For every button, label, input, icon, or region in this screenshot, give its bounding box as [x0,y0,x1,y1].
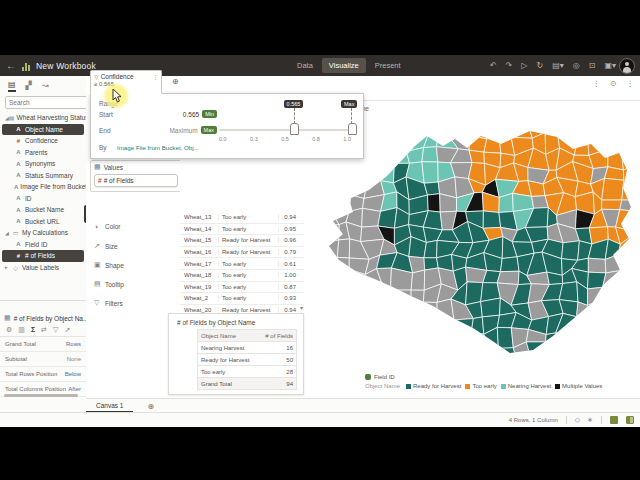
shape-target[interactable]: ▣Shape [94,261,124,269]
property-row[interactable]: Grand TotalRows [0,337,86,352]
map-parcel[interactable] [422,162,438,184]
map-parcel[interactable] [621,150,635,170]
touch-poi-icon[interactable]: ◎ [573,62,580,70]
slider-handle2[interactable] [348,123,357,135]
map-parcel[interactable] [588,287,604,305]
map-parcel[interactable] [471,317,484,334]
min-badge[interactable]: Min [202,110,217,118]
field-item-value-labels[interactable]: ▸◇Value Labels [0,262,86,274]
quality-insights-icon[interactable]: ◇ [575,416,580,424]
data-panel-toggle-icon[interactable] [626,416,634,424]
field-item-image-file-from-bucket[interactable]: AImage File from Bucket [0,181,86,193]
share-icon[interactable]: ▤▾ [552,62,564,70]
tab-visualize[interactable]: Visualize [322,58,366,73]
legend-item[interactable]: Ready for Harvest [406,383,461,389]
summary-row[interactable]: Ready for Harvest50 [198,354,296,366]
property-value[interactable]: After [68,386,81,392]
table-row[interactable]: Wheat_14Too early0.95 [180,224,304,236]
start-value[interactable]: 0.565 [125,111,202,118]
tab-present[interactable]: Present [368,58,408,73]
map-parcel[interactable] [608,149,624,170]
legend-item[interactable]: Multiple Values [555,383,602,389]
grammar-panel-toggle-icon[interactable] [610,416,618,424]
map-parcel[interactable] [497,327,513,348]
map-parcel[interactable] [588,272,606,289]
map-parcel[interactable] [395,152,410,164]
summary-row[interactable]: Nearing Harvest16 [198,342,296,354]
totals-props-icon[interactable]: Σ [31,326,35,334]
map-parcel[interactable] [411,270,425,290]
field-item-id[interactable]: AID [0,193,86,205]
table-row[interactable]: Wheat_18Too early1.00 [180,270,304,282]
map-parcel[interactable] [546,333,560,344]
axis-props-icon[interactable]: ⇄ [41,326,47,334]
horizontal-scrollbar[interactable] [4,394,78,397]
color-target[interactable]: ◑Color [94,223,121,230]
viz-props-icon[interactable]: ▥ [18,326,25,334]
field-item-bucket-url[interactable]: ABucket URL [0,216,86,228]
table-row[interactable]: Wheat_13Too early0.94 [180,212,304,224]
table-row[interactable]: Wheat_19Too early0.87 [180,282,304,294]
map-parcel[interactable] [526,342,545,358]
avatar[interactable] [619,58,635,74]
redo-icon[interactable]: ↷ [506,62,513,70]
table-row[interactable]: Wheat_2Too early0.93 [180,293,304,305]
field-item-confidence[interactable]: #Confidence [0,135,86,147]
map-parcel[interactable] [421,302,437,317]
map-parcel[interactable] [469,119,486,139]
map-parcel[interactable] [484,138,501,153]
filter-props-icon[interactable]: ▽ [53,326,58,334]
table-row[interactable]: Wheat_15Ready for Harvest0.96 [180,235,304,247]
map-parcel[interactable] [602,178,624,200]
field-item-my-calculations[interactable]: ◢▭My Calculations [0,227,86,239]
map-parcel[interactable] [362,208,381,227]
analytics-props-icon[interactable]: ↗ [64,326,70,334]
table-scroll-down-icon[interactable]: ▾ [300,304,303,311]
property-value[interactable]: None [67,356,81,362]
summary-table-viz[interactable]: # of Fields by Object Name Object Name# … [168,313,304,395]
field-item-synonyms[interactable]: ASynonyms [0,158,86,170]
map-parcel[interactable] [337,239,349,258]
map-parcel[interactable] [377,164,395,183]
legend-item[interactable]: Too early [465,383,496,389]
map-parcel[interactable] [318,212,339,226]
map-parcel[interactable] [317,240,339,258]
by-link[interactable]: Image File from Bucket, Obj... [117,144,199,151]
map-parcel[interactable] [481,120,500,139]
map-parcel[interactable] [428,194,441,212]
field-item-object-name[interactable]: AObject Name [2,124,84,136]
legend-item[interactable]: Nearing Harvest [501,383,551,389]
filters-target[interactable]: ▽Filters [94,299,123,307]
field-item-bucket-name[interactable]: ABucket Name [0,204,86,216]
data-tab-icon[interactable]: ▤ [8,80,16,92]
map-parcel[interactable] [511,120,532,138]
field-item-field-id[interactable]: AField ID [0,239,86,251]
map-parcel[interactable] [588,258,606,273]
field-item-wheat-harvesting-status[interactable]: ◢▤Wheat Harvesting Status [0,112,86,124]
map-parcel[interactable] [469,150,484,163]
property-row[interactable]: SubtotalNone [0,352,86,367]
image-menu-icon[interactable]: ▣▾ [604,62,616,70]
map-parcel[interactable] [501,257,520,272]
map-parcel[interactable] [361,282,381,304]
property-row[interactable]: Total Rows PositionBelow [0,367,86,382]
map-parcel[interactable] [406,148,423,164]
preview-icon[interactable]: ▷ [521,62,527,70]
map-parcel[interactable] [562,241,580,260]
max-badge[interactable]: Max [201,126,217,134]
analytics-tab-icon[interactable]: ↝ [42,81,49,91]
summary-row[interactable]: Too early28 [198,366,296,378]
auto-insights-icon[interactable]: ∗ [587,416,593,424]
map-parcel[interactable] [483,211,501,228]
map-parcel[interactable] [317,253,337,273]
canvas-tab[interactable]: Canvas 1 [86,399,133,413]
map-parcel[interactable] [622,180,636,200]
end-value[interactable]: Maximum [125,127,201,134]
add-canvas-icon[interactable]: ⊕ [147,402,154,411]
tooltip-target[interactable]: ▤Tooltip [94,280,124,288]
map-parcel[interactable] [331,257,349,269]
field-item-parents[interactable]: AParents [0,147,86,159]
general-props-icon[interactable]: ⚙ [6,326,12,334]
undo-icon[interactable]: ↶ [490,62,497,70]
property-value[interactable]: Below [65,371,81,377]
